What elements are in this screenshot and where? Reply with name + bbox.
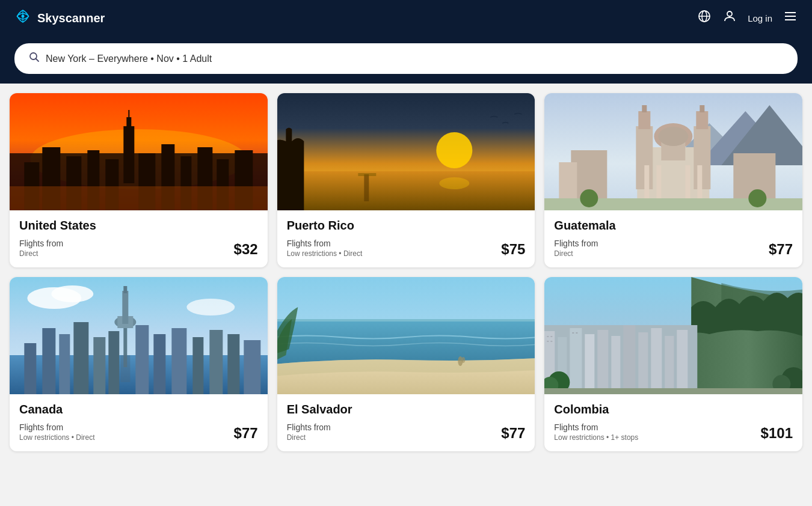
svg-rect-108 [544, 388, 802, 394]
svg-rect-103 [576, 332, 578, 334]
svg-rect-89 [570, 328, 582, 394]
svg-rect-102 [573, 332, 574, 334]
svg-rect-14 [123, 126, 134, 183]
svg-rect-72 [153, 334, 165, 394]
header: Skyscanner Log in [0, 0, 812, 36]
restrictions-colombia: Low restrictions • 1+ stops [554, 433, 638, 442]
svg-rect-77 [244, 340, 260, 394]
price-puertorico: $75 [501, 241, 525, 258]
skyscanner-logo-icon [14, 8, 31, 28]
svg-rect-64 [122, 291, 128, 324]
svg-rect-65 [123, 286, 127, 293]
destination-name-usa: United States [19, 219, 258, 233]
destination-name-canada: Canada [19, 403, 258, 416]
globe-icon[interactable] [697, 9, 712, 27]
svg-rect-100 [547, 341, 549, 342]
flights-from-label-canada: Flights from [19, 422, 95, 432]
svg-point-84 [461, 357, 465, 363]
svg-rect-82 [277, 319, 535, 322]
svg-rect-90 [585, 334, 595, 394]
price-colombia: $101 [761, 425, 793, 442]
svg-rect-33 [358, 173, 376, 176]
destination-name-puertorico: Puerto Rico [287, 219, 526, 233]
svg-rect-71 [135, 325, 149, 394]
price-usa: $32 [234, 241, 258, 258]
svg-rect-39 [642, 105, 647, 112]
svg-rect-16 [128, 110, 129, 119]
svg-point-54 [580, 189, 598, 207]
svg-rect-91 [598, 330, 609, 394]
svg-rect-68 [73, 322, 88, 394]
price-guatemala: $77 [769, 241, 793, 258]
svg-point-34 [439, 177, 469, 189]
card-image-colombia [544, 277, 802, 394]
svg-rect-31 [277, 171, 535, 210]
menu-icon[interactable] [783, 9, 798, 27]
card-body-canada: Canada Flights from Low restrictions • D… [10, 394, 268, 451]
destination-card-colombia[interactable]: Colombia Flights from Low restrictions •… [544, 277, 802, 451]
svg-rect-94 [639, 332, 648, 394]
restrictions-guatemala: Direct [554, 249, 598, 258]
svg-rect-73 [171, 328, 186, 394]
logo-text: Skyscanner [37, 11, 105, 25]
svg-rect-97 [677, 330, 688, 394]
flights-from-label-colombia: Flights from [554, 422, 638, 432]
card-image-puertorico [277, 93, 535, 210]
destination-card-guatemala[interactable]: Guatemala Flights from Direct $77 [544, 93, 802, 267]
card-image-usa [10, 93, 268, 210]
destination-name-colombia: Colombia [554, 403, 793, 416]
svg-rect-67 [59, 334, 70, 394]
svg-rect-93 [624, 325, 636, 394]
svg-rect-99 [551, 336, 553, 337]
card-body-colombia: Colombia Flights from Low restrictions •… [544, 394, 802, 451]
destination-card-puertorico[interactable]: Puerto Rico Flights from Low restriction… [277, 93, 535, 267]
svg-rect-28 [10, 186, 268, 210]
card-body-elsalvador: El Salvador Flights from Direct $77 [277, 394, 535, 451]
card-body-guatemala: Guatemala Flights from Direct $77 [544, 210, 802, 267]
logo-area[interactable]: Skyscanner [14, 8, 105, 28]
search-icon [29, 52, 40, 66]
card-image-canada [10, 277, 268, 394]
card-image-elsalvador [277, 277, 535, 394]
price-canada: $77 [234, 425, 258, 442]
svg-rect-32 [364, 174, 369, 201]
search-bar[interactable]: New York – Everywhere • Nov • 1 Adult [14, 43, 798, 74]
flights-from-label-elsalvador: Flights from [287, 422, 331, 432]
svg-rect-76 [227, 334, 239, 394]
svg-point-59 [186, 299, 235, 315]
flights-from-label-guatemala: Flights from [554, 239, 598, 248]
restrictions-canada: Low restrictions • Direct [19, 433, 95, 442]
svg-rect-74 [192, 337, 203, 394]
svg-rect-66 [42, 328, 55, 394]
svg-rect-75 [209, 330, 223, 394]
svg-rect-70 [108, 331, 119, 394]
svg-point-1 [22, 15, 25, 18]
search-bar-wrapper: New York – Everywhere • Nov • 1 Adult [0, 36, 812, 84]
svg-rect-79 [120, 355, 130, 382]
svg-rect-98 [547, 336, 549, 337]
svg-point-58 [51, 285, 93, 302]
svg-rect-96 [665, 336, 674, 394]
flights-from-label-usa: Flights from [19, 239, 63, 248]
restrictions-usa: Direct [19, 249, 63, 258]
destinations-grid: United States Flights from Direct $32 [0, 84, 812, 461]
svg-rect-92 [612, 336, 621, 394]
svg-point-55 [749, 189, 767, 207]
user-icon[interactable] [722, 9, 737, 27]
svg-rect-78 [24, 343, 36, 394]
svg-point-30 [436, 132, 472, 168]
login-button[interactable]: Log in [748, 13, 772, 23]
destination-card-usa[interactable]: United States Flights from Direct $32 [10, 93, 268, 267]
card-body-usa: United States Flights from Direct $32 [10, 210, 268, 267]
restrictions-elsalvador: Direct [287, 433, 331, 442]
destination-card-canada[interactable]: Canada Flights from Low restrictions • D… [10, 277, 268, 451]
svg-line-10 [36, 59, 39, 62]
destination-card-elsalvador[interactable]: El Salvador Flights from Direct $77 [277, 277, 535, 451]
svg-rect-41 [697, 111, 709, 129]
price-elsalvador: $77 [501, 425, 525, 442]
flights-from-label-puertorico: Flights from [287, 239, 363, 248]
svg-rect-42 [700, 105, 705, 112]
header-right: Log in [697, 9, 798, 27]
card-body-puertorico: Puerto Rico Flights from Low restriction… [277, 210, 535, 267]
svg-rect-38 [639, 111, 651, 129]
